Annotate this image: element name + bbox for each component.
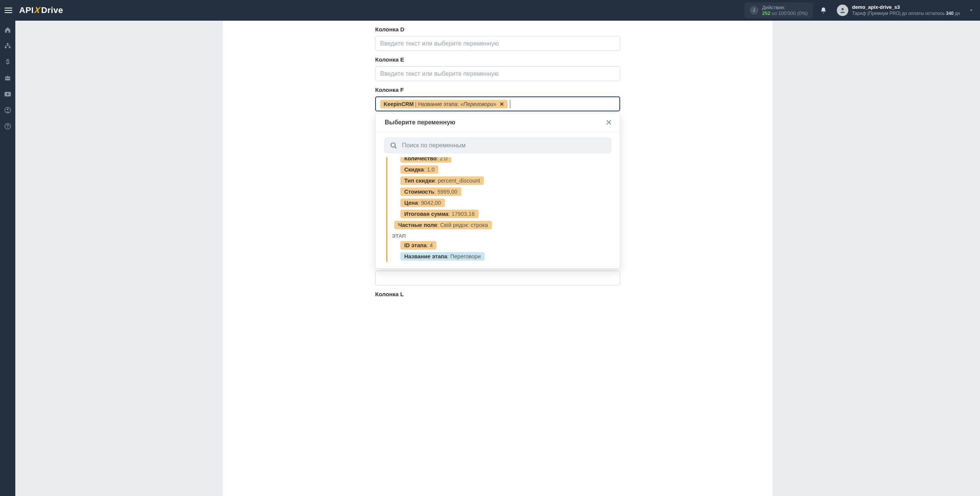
- chip-source: KeepinCRM: [384, 101, 414, 107]
- field-label: Колонка L: [375, 291, 620, 297]
- field-column-f: Колонка F KeepinCRM | Название этапа: «П…: [375, 81, 620, 286]
- variable-option[interactable]: Стоимость: 5999,00: [400, 188, 461, 196]
- ghost-input: Введите текст или выберите переменную: [375, 271, 620, 286]
- variable-option[interactable]: ID этапа: 4: [400, 241, 436, 250]
- actions-label: Действия:: [762, 5, 808, 10]
- nav-home[interactable]: [0, 24, 15, 36]
- svg-point-8: [391, 143, 395, 147]
- content-area: Колонка D Введите текст или выберите пер…: [15, 21, 980, 496]
- app-logo[interactable]: APIXDrive: [19, 5, 63, 15]
- chip-remove-button[interactable]: ✕: [500, 101, 504, 107]
- svg-rect-2: [5, 47, 7, 48]
- dropdown-close-button[interactable]: ✕: [606, 119, 612, 126]
- dollar-icon: [5, 59, 10, 65]
- bell-icon: [820, 7, 827, 14]
- variable-chip[interactable]: KeepinCRM | Название этапа: «Переговори»…: [380, 100, 508, 108]
- notifications-button[interactable]: [820, 7, 831, 14]
- info-icon: i: [750, 6, 758, 15]
- variable-option[interactable]: Частные поля: Свій рядок: строка: [394, 221, 492, 229]
- search-icon: [390, 142, 397, 149]
- menu-toggle-button[interactable]: [3, 4, 15, 16]
- field-label: Колонка D: [375, 26, 620, 33]
- input-placeholder: Введите текст или выберите переменную: [380, 70, 499, 77]
- logo-x-icon: X: [34, 5, 41, 15]
- dropdown-body[interactable]: Название: Тренажер H-001Количество: 2.0С…: [376, 157, 620, 268]
- avatar-icon: [837, 5, 848, 16]
- sidebar: [0, 21, 15, 496]
- svg-rect-1: [7, 43, 9, 45]
- logo-text-post: Drive: [41, 5, 63, 15]
- logo-text-pre: API: [19, 5, 34, 15]
- field-column-e: Колонка E Введите текст или выберите пер…: [375, 51, 620, 81]
- youtube-icon: [4, 91, 11, 97]
- svg-point-0: [841, 8, 844, 10]
- svg-point-6: [7, 109, 9, 111]
- variable-option[interactable]: Название этапа: Переговори: [400, 252, 485, 261]
- variable-option[interactable]: Тип скидки: percent_discount: [400, 176, 484, 185]
- user-menu[interactable]: demo_apix-drive_s3 Тариф |Премиум PRO| д…: [837, 4, 974, 16]
- sitemap-icon: [4, 42, 11, 49]
- input-placeholder: Введите текст или выберите переменную: [380, 40, 499, 47]
- variable-option[interactable]: Скидка: 1.0: [400, 165, 438, 174]
- form-card: Колонка D Введите текст или выберите пер…: [223, 21, 773, 496]
- variable-dropdown: Выберите переменную ✕ Название: Тренажер…: [375, 113, 620, 269]
- field-column-l: Колонка L: [375, 286, 620, 297]
- variable-section-label: ЭТАП: [390, 231, 611, 240]
- briefcase-icon: [4, 75, 11, 82]
- variable-group: Название: Тренажер H-001Количество: 2.0С…: [386, 157, 611, 262]
- dropdown-title: Выберите переменную: [385, 119, 455, 126]
- column-d-input[interactable]: Введите текст или выберите переменную: [375, 36, 620, 51]
- nav-account[interactable]: [0, 104, 15, 116]
- home-icon: [4, 26, 11, 33]
- tariff-line: Тариф |Премиум PRO| до оплаты осталось 3…: [852, 11, 960, 16]
- variable-option[interactable]: Цена: 9042,00: [400, 199, 445, 207]
- username: demo_apix-drive_s3: [852, 4, 960, 10]
- nav-help[interactable]: [0, 120, 15, 132]
- topbar: APIXDrive i Действия: 252 из 100'000 (0%…: [0, 0, 980, 21]
- nav-briefcase[interactable]: [0, 72, 15, 84]
- user-info: demo_apix-drive_s3 Тариф |Премиум PRO| д…: [852, 4, 960, 16]
- field-column-d: Колонка D Введите текст или выберите пер…: [375, 21, 620, 51]
- variable-option[interactable]: Итоговая сумма: 17903,16: [400, 210, 479, 218]
- actions-counts: 252 из 100'000 (0%): [762, 10, 808, 16]
- nav-billing[interactable]: [0, 56, 15, 68]
- column-e-input[interactable]: Введите текст или выберите переменную: [375, 66, 620, 81]
- user-circle-icon: [4, 107, 11, 114]
- column-f-input[interactable]: KeepinCRM | Название этапа: «Переговори»…: [375, 96, 620, 111]
- question-icon: [4, 123, 11, 130]
- actions-counter[interactable]: i Действия: 252 из 100'000 (0%): [745, 2, 813, 18]
- variable-option[interactable]: Количество: 2.0: [400, 157, 451, 163]
- field-label: Колонка E: [375, 56, 620, 63]
- svg-rect-3: [9, 47, 11, 48]
- chevron-down-icon: [969, 8, 974, 13]
- nav-video[interactable]: [0, 88, 15, 100]
- variable-search[interactable]: [384, 137, 611, 153]
- text-cursor: [510, 100, 510, 108]
- variable-search-input[interactable]: [402, 142, 605, 149]
- field-label: Колонка F: [375, 86, 620, 93]
- nav-connections[interactable]: [0, 40, 15, 52]
